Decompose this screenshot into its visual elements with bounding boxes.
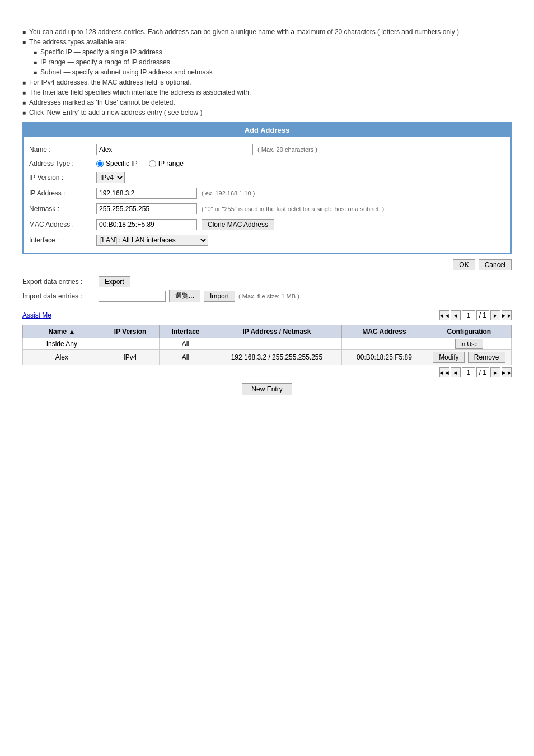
instruction-sub-1: ■ Specific IP — specify a single IP addr… xyxy=(34,48,512,56)
bottom-next-page-btn[interactable]: ► xyxy=(490,367,500,377)
cell-name: Inside Any xyxy=(23,338,101,350)
instruction-sub-3: ■ Subnet — specify a subnet using IP add… xyxy=(34,68,512,76)
netmask-label: Netmask : xyxy=(29,205,96,213)
name-label: Name : xyxy=(29,146,96,153)
bottom-last-page-btn[interactable]: ►► xyxy=(502,367,512,377)
col-header-ipversion: IP Version xyxy=(101,325,160,338)
bottom-page-total: / 1 xyxy=(476,367,489,377)
form-title: Add Address xyxy=(24,123,510,137)
col-header-config: Configuration xyxy=(427,325,511,338)
cell-interface: All xyxy=(160,338,212,350)
export-label: Export data entries : xyxy=(22,278,95,286)
import-label: Import data entries : xyxy=(22,292,95,300)
cell-name: Alex xyxy=(23,350,101,365)
bullet-icon-6: ■ xyxy=(22,80,26,86)
ip-version-label: IP Version : xyxy=(29,174,96,181)
cell-config: Modify Remove xyxy=(427,350,511,365)
cell-ipaddress: — xyxy=(212,338,342,350)
new-entry-button[interactable]: New Entry xyxy=(242,383,292,395)
interface-row: Interface : [LAN] : All LAN interfaces [… xyxy=(29,232,505,248)
page-number-input[interactable] xyxy=(462,310,475,320)
bullet-icon-7: ■ xyxy=(22,90,26,96)
instruction-item-6: ■ Click 'New Entry' to add a new address… xyxy=(22,109,512,116)
bullet-icon-8: ■ xyxy=(22,100,26,106)
ip-range-option[interactable]: IP range xyxy=(149,160,184,167)
ip-address-value-container: ( ex. 192.168.1.10 ) xyxy=(96,188,505,199)
instruction-item-4: ■ The Interface field specifies which in… xyxy=(22,88,512,96)
interface-label: Interface : xyxy=(29,236,96,244)
col-header-interface: Interface xyxy=(160,325,212,338)
table-area: Assist Me ◄◄ ◄ / 1 ► ►► Name ▲ IP Versio… xyxy=(22,308,512,377)
modify-button[interactable]: Modify xyxy=(433,352,465,363)
in-use-badge: In Use xyxy=(455,339,483,349)
address-type-radio-group: Specific IP IP range xyxy=(96,160,184,167)
browse-button[interactable]: 選覧... xyxy=(169,290,200,302)
clone-mac-button[interactable]: Clone MAC Address xyxy=(202,219,274,230)
instruction-item-3: ■ For IPv4 addresses, the MAC address fi… xyxy=(22,78,512,86)
next-page-btn[interactable]: ► xyxy=(490,310,500,320)
table-row: Alex IPv4 All 192.168.3.2 / 255.255.255.… xyxy=(23,350,512,365)
import-file-input[interactable] xyxy=(99,291,166,302)
mac-address-value-container: Clone MAC Address xyxy=(96,219,505,230)
interface-select[interactable]: [LAN] : All LAN interfaces [WAN] xyxy=(96,235,208,246)
import-button[interactable]: Import xyxy=(204,291,235,302)
cell-ipaddress: 192.168.3.2 / 255.255.255.255 xyxy=(212,350,342,365)
import-row: Import data entries : 選覧... Import ( Max… xyxy=(22,290,512,302)
ip-version-row: IP Version : IPv4 IPv6 xyxy=(29,170,505,185)
export-button[interactable]: Export xyxy=(99,276,130,287)
ip-address-hint: ( ex. 192.168.1.10 ) xyxy=(202,190,255,197)
instruction-item-5: ■ Addresses marked as 'In Use' cannot be… xyxy=(22,99,512,106)
import-hint: ( Max. file size: 1 MB ) xyxy=(238,293,299,300)
mac-address-input[interactable] xyxy=(96,219,197,230)
name-input[interactable] xyxy=(96,144,253,155)
col-header-name[interactable]: Name ▲ xyxy=(23,325,101,338)
name-value-container: ( Max. 20 characters ) xyxy=(96,144,505,155)
interface-value-container: [LAN] : All LAN interfaces [WAN] xyxy=(96,235,505,246)
top-pagination: ◄◄ ◄ / 1 ► ►► xyxy=(439,310,512,320)
cancel-button[interactable]: Cancel xyxy=(479,259,512,270)
bullet-icon-3: ■ xyxy=(34,49,37,55)
new-entry-area: New Entry xyxy=(22,383,512,395)
col-header-mac: MAC Address xyxy=(342,325,427,338)
cell-mac xyxy=(342,338,427,350)
add-address-form: Add Address Name : ( Max. 20 characters … xyxy=(22,122,512,254)
ip-version-select[interactable]: IPv4 IPv6 xyxy=(96,172,125,183)
bottom-page-number-input[interactable] xyxy=(462,367,475,377)
cell-ipversion: IPv4 xyxy=(101,350,160,365)
ip-range-label: IP range xyxy=(158,160,184,167)
export-row: Export data entries : Export xyxy=(22,276,512,287)
ip-version-value-container: IPv4 IPv6 xyxy=(96,172,505,183)
page-total: / 1 xyxy=(476,310,489,320)
first-page-btn[interactable]: ◄◄ xyxy=(439,310,449,320)
ip-address-input[interactable] xyxy=(96,188,197,199)
prev-page-btn[interactable]: ◄ xyxy=(451,310,461,320)
address-type-options: Specific IP IP range xyxy=(96,160,505,167)
netmask-input[interactable] xyxy=(96,203,197,214)
export-import-area: Export data entries : Export Import data… xyxy=(22,276,512,302)
instruction-item-2: ■ The address types available are: xyxy=(22,38,512,46)
remove-button[interactable]: Remove xyxy=(468,352,505,363)
netmask-row: Netmask : ( "0" or "255" is used in the … xyxy=(29,201,505,217)
bottom-prev-page-btn[interactable]: ◄ xyxy=(451,367,461,377)
address-type-row: Address Type : Specific IP IP range xyxy=(29,157,505,170)
specific-ip-option[interactable]: Specific IP xyxy=(96,160,138,167)
instruction-item-1: ■ You can add up to 128 address entries.… xyxy=(22,28,512,36)
netmask-value-container: ( "0" or "255" is used in the last octet… xyxy=(96,203,505,214)
name-hint: ( Max. 20 characters ) xyxy=(257,146,317,153)
name-row: Name : ( Max. 20 characters ) xyxy=(29,142,505,157)
cell-config: In Use xyxy=(427,338,511,350)
ip-address-row: IP Address : ( ex. 192.168.1.10 ) xyxy=(29,185,505,201)
bullet-icon-4: ■ xyxy=(34,59,37,66)
specific-ip-radio[interactable] xyxy=(96,160,104,167)
bottom-first-page-btn[interactable]: ◄◄ xyxy=(439,367,449,377)
ip-range-radio[interactable] xyxy=(149,160,156,167)
cell-interface: All xyxy=(160,350,212,365)
ok-button[interactable]: OK xyxy=(453,259,475,270)
ip-address-label: IP Address : xyxy=(29,189,96,197)
bullet-icon: ■ xyxy=(22,29,26,35)
assist-me-link[interactable]: Assist Me xyxy=(22,311,51,319)
bottom-pagination: ◄◄ ◄ / 1 ► ►► xyxy=(22,367,512,377)
last-page-btn[interactable]: ►► xyxy=(502,310,512,320)
address-table: Name ▲ IP Version Interface IP Address /… xyxy=(22,325,512,365)
instruction-sub-2: ■ IP range — specify a range of IP addre… xyxy=(34,58,512,66)
